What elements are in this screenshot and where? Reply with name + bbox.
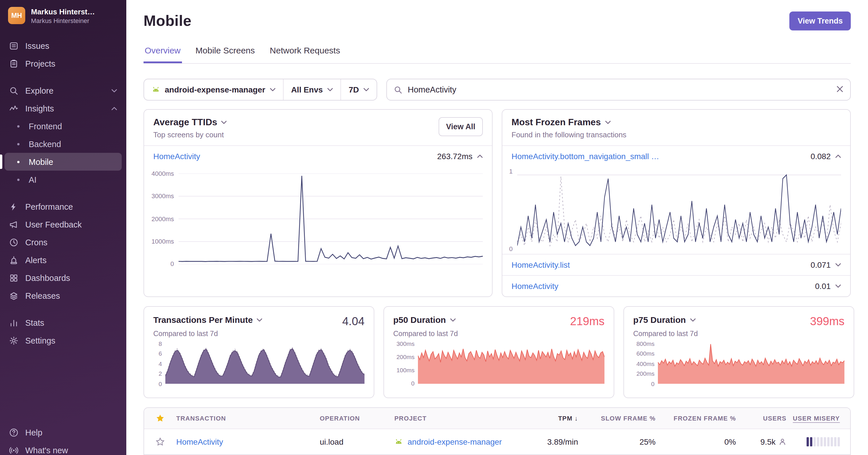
tpm-y-axis: 86420 (153, 341, 165, 387)
sidebar-item-settings[interactable]: Settings (0, 332, 126, 349)
sidebar-item-frontend[interactable]: Frontend (5, 117, 122, 135)
tpm-area-chart (165, 344, 365, 384)
view-trends-button[interactable]: View Trends (789, 11, 851, 30)
tab-network-requests[interactable]: Network Requests (269, 46, 341, 63)
sidebar-item-backend[interactable]: Backend (5, 135, 122, 153)
column-header-operation[interactable]: OPERATION (320, 415, 394, 422)
sidebar-item-label: Crons (25, 237, 48, 247)
sidebar-item-issues[interactable]: Issues (0, 37, 126, 55)
bar-chart-icon (9, 318, 19, 327)
p75-subtitle: Compared to last 7d (633, 330, 844, 338)
transaction-link[interactable]: HomeActivity (512, 282, 558, 291)
p50-area-chart (418, 344, 604, 384)
star-filter-icon[interactable] (156, 414, 165, 423)
column-header-tpm[interactable]: TPM ↓ (525, 415, 578, 422)
sidebar-item-releases[interactable]: Releases (0, 287, 126, 305)
sidebar-item-stats[interactable]: Stats (0, 314, 126, 332)
transaction-link[interactable]: HomeActivity (153, 152, 200, 161)
column-header-frozen-frame[interactable]: FROZEN FRAME % (656, 415, 736, 422)
android-icon (152, 85, 160, 94)
frozen-frames-title[interactable]: Most Frozen Frames (512, 117, 626, 127)
frozen-frames-card: Most Frozen Frames Found in the followin… (502, 109, 851, 297)
ttid-transaction-row[interactable]: HomeActivity 263.72ms (144, 145, 492, 167)
sidebar-item-whats-new[interactable]: What's new (0, 441, 126, 455)
sidebar-item-insights[interactable]: Insights (0, 99, 126, 117)
sidebar-item-performance[interactable]: Performance (0, 198, 126, 216)
app-window: MH Markus Hinterst… Markus Hintersteiner… (0, 0, 868, 455)
search-input[interactable] (408, 85, 831, 94)
user-misery-bars (786, 437, 850, 446)
sidebar-item-ai[interactable]: AI (5, 171, 122, 189)
bullet-icon (17, 125, 20, 127)
sidebar-item-crons[interactable]: Crons (0, 233, 126, 251)
sidebar-item-user-feedback[interactable]: User Feedback (0, 216, 126, 233)
frozen-y-axis: 10 (507, 168, 517, 252)
environment-selector[interactable]: All Envs (283, 79, 341, 100)
siren-icon (9, 255, 19, 264)
tab-overview[interactable]: Overview (144, 46, 182, 63)
sidebar-item-label: Frontend (29, 121, 62, 131)
project-selector-value: android-expense-manager (165, 85, 265, 94)
frozen-row-expanded[interactable]: HomeActivity.bottom_navigation_small … 0… (502, 145, 850, 167)
chevron-down-icon (270, 88, 276, 91)
project-link[interactable]: android-expense-manager (408, 437, 502, 446)
project-selector[interactable]: android-expense-manager (144, 79, 283, 100)
tpm-title[interactable]: Transactions Per Minute (153, 315, 262, 324)
search-box[interactable] (386, 79, 851, 101)
clear-search-icon[interactable] (836, 85, 843, 94)
sidebar-item-mobile[interactable]: Mobile (5, 153, 122, 171)
frozen-row-home[interactable]: HomeActivity 0.01 (502, 275, 850, 296)
sidebar-item-explore[interactable]: Explore (0, 82, 126, 99)
issues-icon (9, 41, 19, 50)
avatar: MH (8, 7, 25, 24)
p50-value: 219ms (570, 315, 604, 328)
org-name: Markus Hinterst… (31, 7, 95, 16)
sidebar-item-label: Issues (25, 41, 50, 50)
star-toggle-icon[interactable] (156, 437, 165, 446)
avg-ttids-card: Average TTIDs Top screens by count View … (144, 109, 493, 297)
p75-title[interactable]: p75 Duration (633, 315, 695, 324)
chevron-down-icon (835, 284, 841, 288)
tpm-chart: 86420 (153, 344, 365, 384)
sidebar: MH Markus Hinterst… Markus Hintersteiner… (0, 0, 126, 455)
frozen-row-list[interactable]: HomeActivity.list 0.071 (502, 254, 850, 275)
sidebar-item-projects[interactable]: Projects (0, 55, 126, 73)
sidebar-item-dashboards[interactable]: Dashboards (0, 269, 126, 287)
sidebar-item-help[interactable]: Help (0, 423, 126, 441)
frozen-rate-value: 0.071 (811, 260, 831, 269)
column-header-project[interactable]: PROJECT (394, 415, 525, 422)
p50-subtitle: Compared to last 7d (393, 330, 604, 338)
column-header-user-misery[interactable]: USER MISERY (786, 415, 850, 422)
transaction-link[interactable]: HomeActivity.list (512, 260, 570, 269)
gear-icon (9, 336, 19, 345)
transaction-link[interactable]: HomeActivity (176, 437, 223, 446)
org-switcher[interactable]: MH Markus Hinterst… Markus Hintersteiner (0, 7, 126, 24)
column-header-slow-frame[interactable]: SLOW FRAME % (578, 415, 656, 422)
bullet-icon (17, 161, 20, 163)
p50-title[interactable]: p50 Duration (393, 315, 456, 324)
tab-bar: Overview Mobile Screens Network Requests (144, 46, 851, 64)
user-name: Markus Hintersteiner (31, 17, 95, 24)
chevron-down-icon (112, 89, 117, 92)
table-row[interactable]: HomeActivity ui.load android-expense-man… (144, 429, 850, 454)
transactions-table: TRANSACTION OPERATION PROJECT TPM ↓ SLOW… (144, 407, 851, 455)
sidebar-item-label: Dashboards (25, 273, 70, 282)
column-header-users[interactable]: USERS (736, 415, 786, 422)
p50-y-axis: 300ms200ms100ms0 (393, 341, 418, 387)
column-header-transaction[interactable]: TRANSACTION (176, 415, 320, 422)
sidebar-item-label: Releases (25, 291, 60, 300)
date-range-selector[interactable]: 7D (341, 79, 377, 100)
transaction-link[interactable]: HomeActivity.bottom_navigation_small … (512, 152, 659, 161)
bullet-icon (17, 178, 20, 181)
chevron-up-icon (112, 107, 117, 110)
sidebar-item-label: Stats (25, 318, 44, 327)
sidebar-item-label: AI (29, 175, 36, 184)
avg-ttids-title[interactable]: Average TTIDs (153, 117, 227, 127)
chevron-down-icon (328, 88, 333, 91)
sidebar-item-alerts[interactable]: Alerts (0, 251, 126, 269)
view-all-button[interactable]: View All (439, 117, 483, 136)
tab-mobile-screens[interactable]: Mobile Screens (194, 46, 256, 63)
sidebar-item-label: What's new (25, 446, 68, 455)
slow-frame-cell: 25% (578, 437, 656, 446)
chevron-down-icon (221, 121, 227, 124)
